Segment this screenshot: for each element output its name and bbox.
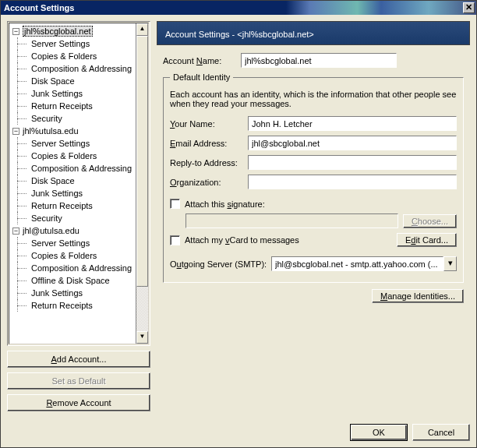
remove-account-button[interactable]: Remove Account [7,394,150,411]
smtp-select[interactable] [271,256,443,271]
reply-label: Reply-to Address: [170,158,248,168]
tree-item[interactable]: Return Receipts [9,299,136,312]
ok-button[interactable]: OK [350,424,408,441]
tree-item[interactable]: Disk Space [9,175,136,187]
account-name-input[interactable] [241,53,397,68]
collapse-icon[interactable]: − [12,128,19,135]
org-label: Organization: [170,178,248,187]
fieldset-legend: Default Identity [170,72,233,82]
account-settings-window: Account Settings ✕ −jhl%sbcglobal.netSer… [0,0,477,448]
org-input[interactable] [248,175,457,189]
attach-signature-label: Attach this signature: [185,199,265,209]
attach-signature-checkbox[interactable] [170,199,180,209]
manage-identities-button[interactable]: Manage Identities... [372,289,464,303]
cancel-button[interactable]: Cancel [412,424,470,441]
dialog-footer: OK Cancel [1,418,476,447]
tree-item[interactable]: Junk Settings [9,87,136,100]
identity-description: Each account has an identity, which is t… [170,90,457,108]
tree-item[interactable]: Composition & Addressing [9,262,136,274]
default-identity-fieldset: Default Identity Each account has an ide… [163,72,464,283]
tree-item[interactable]: Offline & Disk Space [9,274,136,287]
window-title: Account Settings [4,3,463,12]
tree-item[interactable]: Copies & Folders [9,50,136,62]
choose-button: Choose... [403,214,457,228]
reply-input[interactable] [248,155,457,170]
collapse-icon[interactable]: − [12,28,19,35]
signature-path-input [186,213,398,228]
collapse-icon[interactable]: − [12,228,19,235]
tree-item[interactable]: Server Settings [9,137,136,150]
tree-item[interactable]: Server Settings [9,237,136,249]
edit-card-button[interactable]: Edit Card... [397,233,457,247]
set-default-button: Set as Default [7,372,150,390]
account-tree[interactable]: −jhl%sbcglobal.netServer SettingsCopies … [9,23,136,344]
scroll-up-icon[interactable]: ▲ [136,23,148,36]
tree-item[interactable]: Copies & Folders [9,249,136,262]
tree-item[interactable]: Junk Settings [9,187,136,199]
scroll-down-icon[interactable]: ▼ [136,331,148,344]
your-name-label: Your Name: [170,119,248,129]
tree-item[interactable]: Junk Settings [9,287,136,299]
panel-heading: Account Settings - <jhl%sbcglobal.net> [157,21,470,45]
close-icon[interactable]: ✕ [463,2,475,13]
your-name-input[interactable] [248,116,457,131]
smtp-label: Outgoing Server (SMTP): [170,259,271,269]
tree-item[interactable]: Composition & Addressing [9,162,136,175]
attach-vcard-label: Attach my vCard to messages [185,235,397,245]
tree-item[interactable]: Composition & Addressing [9,62,136,75]
scroll-thumb[interactable] [136,36,148,287]
attach-vcard-checkbox[interactable] [170,235,180,245]
tree-item[interactable]: Copies & Folders [9,150,136,162]
tree-account[interactable]: −jhl%sbcglobal.net [9,25,136,37]
tree-item[interactable]: Return Receipts [9,100,136,112]
add-account-button[interactable]: Add Account... [7,351,150,368]
titlebar: Account Settings ✕ [1,1,476,15]
tree-item[interactable]: Security [9,212,136,224]
tree-account[interactable]: −jhl@utulsa.edu [9,224,136,237]
email-input[interactable] [248,136,457,150]
tree-item[interactable]: Return Receipts [9,199,136,212]
tree-account[interactable]: −jhl%utulsa.edu [9,125,136,137]
tree-item[interactable]: Security [9,112,136,125]
tree-scrollbar[interactable]: ▲ ▼ [136,23,148,344]
tree-item[interactable]: Disk Space [9,75,136,87]
tree-item[interactable]: Server Settings [9,37,136,50]
chevron-down-icon[interactable]: ▾ [443,256,457,271]
email-label: Email Address: [170,139,248,148]
account-name-label: Account Name: [163,56,241,65]
